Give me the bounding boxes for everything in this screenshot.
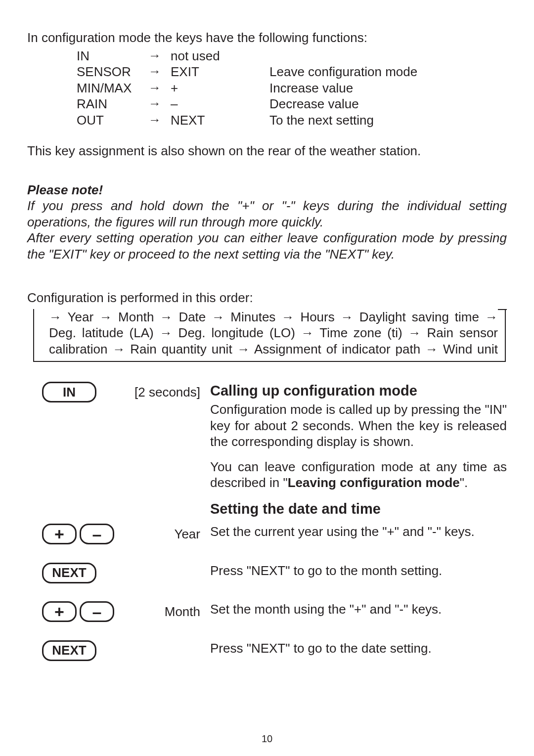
- minus-button[interactable]: –: [80, 524, 114, 544]
- key-function-table: IN → not used SENSOR → EXIT Leave config…: [77, 48, 507, 129]
- intro-text: In configuration mode the keys have the …: [27, 30, 507, 46]
- please-note-body2: After every setting operation you can ei…: [27, 230, 507, 262]
- key-row: SENSOR → EXIT Leave configuration mode: [77, 64, 507, 80]
- config-order-intro: Configuration is performed in this order…: [27, 290, 507, 306]
- please-note-heading: Please note!: [27, 182, 507, 198]
- key-desc: Leave configuration mode: [269, 64, 417, 80]
- key-name: OUT: [77, 112, 148, 129]
- next-button[interactable]: NEXT: [42, 563, 96, 583]
- calling-up-p2: You can leave configuration mode at any …: [210, 459, 507, 491]
- arrow-right-icon: →: [148, 47, 171, 64]
- key-func: NEXT: [171, 112, 269, 129]
- key-desc: To the next setting: [269, 112, 374, 129]
- calling-up-heading: Calling up configuration mode: [210, 382, 507, 400]
- arrow-right-icon: →: [148, 112, 171, 128]
- config-flow-box: → Year → Month → Date → Minutes → Hours …: [33, 309, 506, 362]
- calling-up-p2-post: ".: [460, 475, 468, 490]
- key-name: IN: [77, 48, 148, 64]
- key-desc: Increase value: [269, 80, 353, 96]
- flow-line: → Year → Month → Date → Minutes → Hours …: [49, 309, 498, 325]
- page-number: 10: [0, 733, 534, 745]
- next-button[interactable]: NEXT: [42, 640, 96, 661]
- flow-line: calibration → Rain quantity unit → Assig…: [49, 341, 498, 357]
- please-note-section: Please note! If you press and hold down …: [27, 182, 507, 263]
- year-text: Set the current year using the "+" and "…: [210, 524, 507, 540]
- plus-button[interactable]: +: [42, 524, 77, 544]
- key-desc: Decrease value: [269, 96, 359, 112]
- calling-up-p1: Configuration mode is called up by press…: [210, 401, 507, 450]
- arrow-right-icon: →: [148, 95, 171, 112]
- month-label: Month: [131, 604, 210, 620]
- arrow-right-icon: →: [148, 80, 171, 96]
- next-month-text: Press "NEXT" to go to the month setting.: [210, 563, 507, 579]
- key-func: not used: [171, 48, 269, 64]
- plus-button[interactable]: +: [42, 601, 77, 622]
- config-order-section: Configuration is performed in this order…: [27, 290, 507, 362]
- please-note-body1: If you press and hold down the "+" or "-…: [27, 198, 507, 230]
- in-button[interactable]: IN: [42, 382, 96, 402]
- key-func: EXIT: [171, 64, 269, 80]
- key-func: +: [171, 80, 269, 96]
- next-date-text: Press "NEXT" to go to the date setting.: [210, 640, 507, 657]
- minus-button[interactable]: –: [80, 601, 114, 622]
- datetime-heading: Setting the date and time: [210, 500, 507, 518]
- key-name: RAIN: [77, 96, 148, 112]
- month-text: Set the month using the "+" and "-" keys…: [210, 601, 507, 618]
- year-label: Year: [131, 526, 210, 542]
- two-seconds-label: [2 seconds]: [131, 384, 210, 400]
- rear-note: This key assignment is also shown on the…: [27, 143, 507, 159]
- key-row: RAIN → – Decrease value: [77, 96, 507, 112]
- key-name: MIN/MAX: [77, 80, 148, 96]
- flow-line: Deg. latitude (LA) → Deg. longitude (LO)…: [49, 325, 498, 341]
- key-row: IN → not used: [77, 48, 507, 64]
- arrow-right-icon: →: [148, 63, 171, 80]
- key-func: –: [171, 96, 269, 112]
- calling-up-p2-bold: Leaving configuration mode: [288, 475, 460, 490]
- key-name: SENSOR: [77, 64, 148, 80]
- key-row: OUT → NEXT To the next setting: [77, 112, 507, 129]
- key-row: MIN/MAX → + Increase value: [77, 80, 507, 96]
